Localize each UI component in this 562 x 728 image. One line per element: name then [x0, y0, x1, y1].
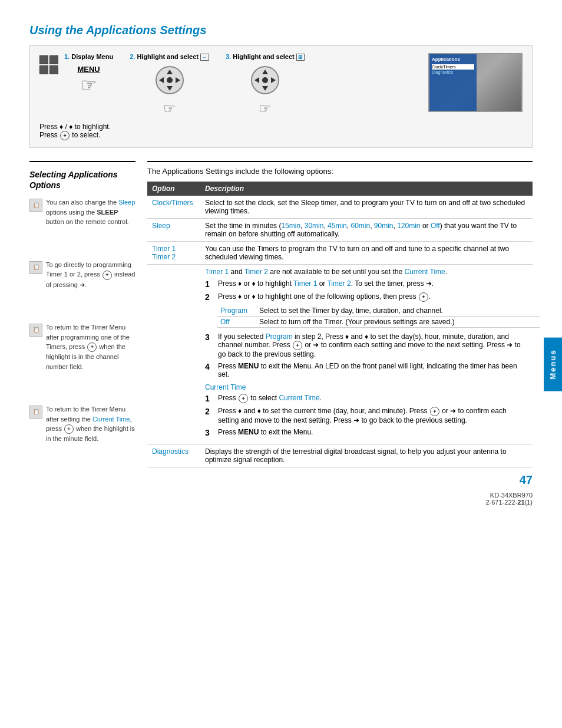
instruction-bottom: Press ♦ / ♦ to highlight. Press + to sel…: [39, 123, 523, 140]
table-header-row: Option Description: [147, 182, 533, 196]
timer-step-3: 3 If you selected Program in step 2, Pre…: [205, 332, 528, 358]
sleep-val-60: 60min: [351, 222, 370, 230]
option-timers: Timer 1 Timer 2: [147, 242, 200, 265]
arrow-up-icon: [167, 70, 173, 74]
sub-row-program: Program Select to set the Timer by day, …: [217, 305, 540, 317]
step2-label: 2. Highlight and select ↔: [130, 53, 209, 60]
menu-ref-ct: MENU: [238, 428, 259, 436]
hand-icon-2: ☞: [163, 100, 176, 117]
sub-desc-off: Select to turn off the Timer. (Your prev…: [258, 317, 540, 328]
ct-step-number-2: 2: [205, 407, 213, 416]
select-instruction: Press + to select.: [39, 131, 523, 140]
plus-btn-note2: +: [103, 271, 112, 280]
timer2-ref: Timer 2: [244, 268, 268, 276]
tv-menu-item-clock: Clock/Timers: [432, 64, 474, 70]
sub-row-off: Off Select to turn off the Timer. (Your …: [217, 317, 540, 328]
plus-btn-step2: +: [419, 292, 428, 302]
arrow-left-icon-3: [254, 77, 259, 83]
timer-steps-desc: Timer 1 and Timer 2 are not available to…: [200, 265, 533, 444]
desc-clock-timers: Select to set the clock, set the Sleep t…: [200, 196, 533, 219]
timer2-label: Timer 2: [152, 253, 176, 261]
arrow-right-icon: [176, 77, 180, 83]
sidebar-note-3: 📋 To return to the Timer Menu after prog…: [29, 322, 135, 371]
desc-timers: You can use the Timers to program the TV…: [200, 242, 533, 265]
left-sidebar: Selecting Applications Options 📋 You can…: [29, 161, 147, 467]
current-time-link: Current Time: [92, 416, 130, 423]
timer-step-4-text: Press MENU to exit the Menu. An LED on t…: [218, 362, 528, 378]
instruction-box: 1. Display Menu MENU ☞ 2. Highlight and …: [29, 45, 533, 148]
step2-img: [152, 62, 187, 98]
note-icon-4: 📋: [29, 406, 42, 419]
sidebar-note-1: 📋 You can also change the Sleep options …: [29, 197, 135, 227]
plus-btn-note4: +: [64, 424, 74, 434]
timer-availability-note: Timer 1 and Timer 2 are not available to…: [205, 268, 528, 276]
current-time-ref: Current Time: [404, 268, 445, 276]
step-number-4: 4: [205, 362, 213, 371]
step1-img: MENU ☞: [71, 62, 107, 98]
step3-label: 3. Highlight and select ⊞: [226, 53, 305, 60]
right-content-intro: The Applications Settings include the fo…: [147, 162, 533, 182]
center-dot-3: [262, 77, 268, 83]
step3-img: [247, 62, 283, 98]
col-header-description: Description: [200, 182, 533, 196]
sleep-val-120: 120min: [397, 222, 420, 230]
sleep-link: Sleep: [118, 199, 135, 206]
sidebar-note-4-text: To return to the Timer Menu after settin…: [46, 404, 135, 444]
ct-step-3-text: Press MENU to exit the Menu.: [218, 428, 313, 436]
sleep-val-90: 90min: [374, 222, 394, 230]
ct-step-2: 2 Press ♦ and ♦ to set the current time …: [205, 407, 528, 424]
sub-option-program: Program: [217, 305, 258, 317]
instruction-top: 1. Display Menu MENU ☞ 2. Highlight and …: [39, 53, 523, 117]
sidebar-title: Selecting Applications Options: [29, 169, 135, 190]
tv-menu-title: Applications: [432, 57, 474, 62]
ct-step-number-3: 3: [205, 428, 213, 437]
timer-step-3-text: If you selected Program in step 2, Press…: [218, 332, 528, 358]
timer1-highlight: Timer 1: [293, 279, 317, 288]
timer-step-1-text: Press ♦ or ♦ to highlight Timer 1 or Tim…: [218, 279, 434, 288]
timer-step-2-text: Press ♦ or ♦ to highlight one of the fol…: [218, 292, 431, 302]
current-time-select-ref: Current Time: [279, 394, 319, 402]
sidebar-note-1-text: You can also change the Sleep options us…: [46, 197, 135, 227]
menu-label: MENU: [77, 65, 100, 74]
grid-cell: [49, 65, 58, 74]
current-time-heading: Current Time: [205, 383, 528, 391]
plus-btn-note3: +: [87, 342, 97, 352]
options-table: Option Description Clock/Timers Select t…: [147, 182, 533, 467]
ct-step-1-text: Press + to select Current Time.: [218, 394, 322, 403]
footer: KD-34XBR970 2-671-222-21(1): [29, 492, 533, 506]
grid-cell: [39, 55, 48, 64]
step-number-1: 1: [205, 279, 213, 289]
arrow-right-icon-3: [271, 77, 276, 83]
timer2-highlight: Timer 2: [327, 279, 351, 288]
table-row-timers: Timer 1 Timer 2 You can use the Timers t…: [147, 242, 533, 265]
tv-menu-overlay: Applications Clock/Timers Diagnostics: [429, 54, 477, 111]
timer-steps-empty: [147, 265, 200, 444]
sleep-bold: SLEEP: [97, 209, 118, 216]
sleep-val-15: 15min: [281, 222, 300, 230]
instruction-step-3: 3. Highlight and select ⊞ ☞: [226, 53, 305, 117]
instruction-step-2: 2. Highlight and select ↔ ☞: [130, 53, 209, 117]
hand-icon-1: ☞: [77, 74, 100, 96]
sub-option-off: Off: [217, 317, 258, 328]
plus-btn-ct2: +: [430, 407, 439, 416]
current-time-section: Current Time 1 Press + to select Current…: [205, 383, 528, 437]
step-number-2: 2: [205, 292, 213, 302]
step1-label: 1. Display Menu: [64, 53, 113, 60]
desc-diagnostics: Displays the strength of the terrestrial…: [200, 444, 533, 467]
menu-ref: MENU: [238, 362, 259, 370]
timer-step-4: 4 Press MENU to exit the Menu. An LED on…: [205, 362, 528, 378]
footer-doc: 2-671-222-21(1): [485, 499, 533, 506]
note-icon-2: 📋: [29, 261, 42, 274]
remote-circle-2: [156, 66, 184, 94]
remote-circle-3: [251, 66, 279, 94]
ct-step-number-1: 1: [205, 394, 213, 403]
ct-step-3: 3 Press MENU to exit the Menu.: [205, 428, 528, 437]
arrow-left-icon: [159, 77, 164, 83]
table-row-timer-steps: Timer 1 and Timer 2 are not available to…: [147, 265, 533, 444]
tv-screenshot: Applications Clock/Timers Diagnostics: [428, 53, 523, 112]
col-header-option: Option: [147, 182, 200, 196]
arrow-up-icon-3: [262, 70, 268, 74]
sidebar-note-2-text: To go directly to programming Timer 1 or…: [46, 260, 135, 289]
sleep-val-30: 30min: [305, 222, 324, 230]
highlight-instruction: Press ♦ / ♦ to highlight.: [39, 123, 523, 131]
